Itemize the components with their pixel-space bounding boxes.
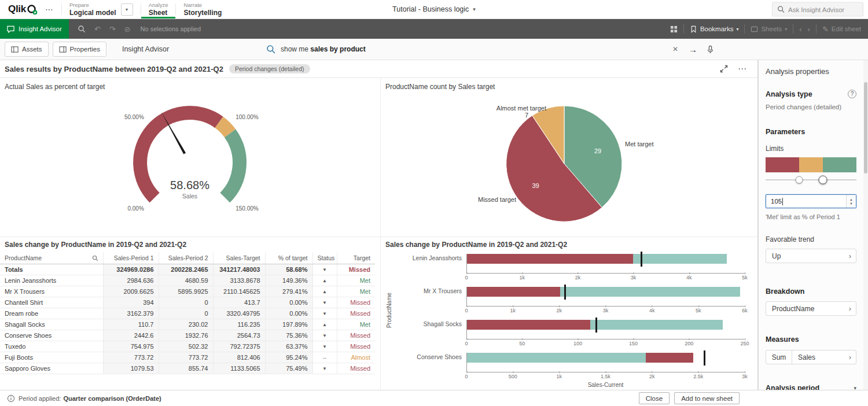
table-header-row: ProductNameSales-Period 1Sales-Period 2S… bbox=[0, 252, 375, 264]
search-query-text[interactable]: show me sales by product bbox=[281, 45, 672, 53]
qlik-logo[interactable]: Qlik bbox=[8, 3, 38, 15]
bullet-plot[interactable]: 01k2k3k4k5k6k bbox=[466, 287, 745, 307]
grid-icon bbox=[670, 25, 678, 33]
axis-tick-label: 3k bbox=[742, 374, 748, 379]
clear-search-button[interactable]: ✕ bbox=[672, 45, 678, 53]
step-back-icon[interactable]: ↶ bbox=[94, 25, 101, 34]
column-header[interactable]: ProductName bbox=[0, 252, 103, 264]
table-row[interactable]: Fuji Boots773.72773.72812.40695.24%--Alm… bbox=[0, 352, 375, 363]
selections-tool-icon[interactable] bbox=[78, 25, 86, 33]
submit-search-button[interactable]: → bbox=[689, 45, 697, 54]
add-to-new-sheet-button[interactable]: Add to new sheet bbox=[674, 392, 740, 404]
table-row[interactable]: Mr X Trousers2009.66255895.99252110.1456… bbox=[0, 286, 375, 297]
analysis-period-section[interactable]: Analysis period ▾ bbox=[766, 384, 856, 390]
sales-target-cell: 413.7 bbox=[213, 297, 265, 308]
breakdown-select[interactable]: ProductName › bbox=[766, 301, 856, 316]
bar-segment-teal[interactable] bbox=[633, 254, 727, 264]
app-title-selector[interactable]: Tutorial - Business logic ▾ bbox=[392, 5, 476, 13]
help-icon[interactable]: ? bbox=[848, 90, 856, 98]
slider-handle-lower[interactable] bbox=[796, 176, 803, 184]
sales-table-panel[interactable]: Sales change by ProductName in 2019-Q2 a… bbox=[0, 237, 381, 389]
chart-more-menu[interactable]: ⋯ bbox=[738, 64, 747, 74]
step-forward-icon[interactable]: ↷ bbox=[109, 25, 116, 34]
table-row[interactable]: Lenin Jeansshorts2984.6364680.593133.867… bbox=[0, 275, 375, 286]
nav-analyze-sheet[interactable]: Analyze Sheet bbox=[141, 0, 176, 19]
bullet-plot[interactable]: 050100150200250 bbox=[466, 320, 745, 339]
column-header[interactable]: Target bbox=[337, 252, 375, 264]
nav-prepare[interactable]: Prepare Logical model ▾ bbox=[62, 0, 141, 19]
insight-search-bar[interactable]: show me sales by product ✕ → bbox=[266, 39, 715, 60]
pencil-icon: ✎ bbox=[822, 25, 829, 34]
gauge-chart-panel[interactable]: Actual Sales as percent of target 0.00%5… bbox=[0, 78, 381, 237]
selections-toolbar: Insight Advisor ↶ ↷ ⊘ No selections appl… bbox=[0, 19, 868, 39]
column-header[interactable]: % of target bbox=[265, 252, 312, 264]
column-header[interactable]: Sales-Target bbox=[213, 252, 265, 264]
logical-model-dropdown-button[interactable]: ▾ bbox=[121, 3, 133, 16]
axis-tick-label: 2.5k bbox=[693, 374, 703, 379]
nav-item-label: Sheet bbox=[149, 9, 168, 17]
axis-tick-label: 1k bbox=[510, 308, 516, 313]
table-row[interactable]: Chantell Shirt3940413.70.00%▼Missed bbox=[0, 297, 375, 308]
pie-chart-panel[interactable]: ProductName count by Sales target 29397 … bbox=[381, 78, 757, 237]
status-cell: ▼ bbox=[312, 341, 337, 352]
favorable-trend-select[interactable]: Up › bbox=[766, 249, 856, 263]
sales-table[interactable]: ProductNameSales-Period 1Sales-Period 2S… bbox=[0, 252, 375, 374]
measure-aggregation[interactable]: Sum bbox=[766, 350, 792, 364]
bookmarks-menu[interactable]: Bookmarks ▾ bbox=[690, 25, 739, 33]
previous-sheet-button[interactable]: ‹ bbox=[799, 25, 801, 34]
slider-track[interactable] bbox=[766, 179, 856, 180]
column-header[interactable]: Sales-Period 2 bbox=[159, 252, 213, 264]
close-button[interactable]: Close bbox=[639, 392, 670, 404]
bar-segment-red[interactable] bbox=[467, 320, 590, 330]
column-header[interactable]: Status bbox=[312, 252, 337, 264]
column-search-icon[interactable] bbox=[92, 255, 98, 261]
table-row[interactable]: Sapporo Gloves1079.53855.741133.506575.4… bbox=[0, 363, 375, 374]
bullet-plot[interactable]: 01k2k3k4k5k bbox=[466, 254, 745, 274]
global-search-input[interactable]: Ask Insight Advisor bbox=[772, 2, 863, 17]
slider-handle-upper[interactable] bbox=[818, 176, 827, 184]
pie-chart[interactable]: 29397 bbox=[498, 97, 631, 230]
svg-text:100.00%: 100.00% bbox=[236, 114, 259, 120]
period-applied-label: Period applied: bbox=[19, 395, 61, 402]
assets-button[interactable]: Assets bbox=[5, 42, 49, 57]
table-row[interactable]: Tuxedo754.975502.32792.7237563.37%▼Misse… bbox=[0, 341, 375, 352]
status-cell: ▼ bbox=[312, 264, 337, 275]
limits-slider[interactable] bbox=[766, 175, 856, 185]
sheets-menu[interactable]: Sheets ▾ bbox=[751, 25, 787, 33]
table-row[interactable]: Shagall Socks110.7230.02116.235197.89%▲M… bbox=[0, 319, 375, 330]
bar-segment-red[interactable] bbox=[467, 254, 633, 264]
axis-tick-label: 6k bbox=[742, 308, 748, 313]
bar-segment-teal[interactable] bbox=[590, 320, 723, 330]
bar-segment-teal[interactable] bbox=[467, 353, 646, 363]
app-overview-icon[interactable] bbox=[670, 25, 678, 33]
more-menu-button[interactable]: ⋯ bbox=[45, 5, 54, 14]
bar-chart-panel[interactable]: Sales change by ProductName in 2019-Q2 a… bbox=[381, 237, 757, 389]
bar-segment-red[interactable] bbox=[646, 353, 693, 363]
met-limit-input[interactable]: 105 ▴ ▾ bbox=[766, 194, 856, 208]
totals-row[interactable]: Totals324969.0286200228.2465341217.48003… bbox=[0, 264, 375, 275]
scrollbar-thumb[interactable] bbox=[864, 82, 867, 174]
edit-sheet-button[interactable]: ✎ Edit sheet bbox=[822, 25, 861, 34]
sales-period2-cell: 502.32 bbox=[159, 341, 213, 352]
divider bbox=[816, 24, 816, 34]
bullet-plot[interactable]: 05001k1.5k2k2.5k3k bbox=[466, 353, 745, 372]
panel-scrollbar[interactable] bbox=[863, 60, 868, 390]
sales-period2-cell: 1932.76 bbox=[159, 330, 213, 341]
measure-control[interactable]: Sum Sales › bbox=[766, 350, 856, 364]
bar-segment-teal[interactable] bbox=[560, 287, 740, 297]
insight-advisor-button[interactable]: Insight Advisor bbox=[0, 19, 69, 39]
column-header[interactable]: Sales-Period 1 bbox=[103, 252, 159, 264]
stepper-up-icon[interactable]: ▴ bbox=[850, 197, 852, 201]
number-stepper[interactable]: ▴ ▾ bbox=[846, 195, 856, 208]
properties-button[interactable]: Properties bbox=[53, 42, 106, 57]
expand-icon[interactable] bbox=[720, 65, 728, 73]
table-row[interactable]: Dream robe3162.37903320.497950.00%▼Misse… bbox=[0, 308, 375, 319]
stepper-down-icon[interactable]: ▾ bbox=[850, 201, 852, 205]
microphone-button[interactable] bbox=[706, 45, 715, 54]
next-sheet-button[interactable]: › bbox=[808, 25, 810, 34]
clear-selections-icon[interactable]: ⊘ bbox=[124, 25, 131, 34]
nav-narrate[interactable]: Narrate Storytelling bbox=[176, 0, 229, 19]
bar-segment-red[interactable] bbox=[467, 287, 560, 297]
measure-field-select[interactable]: Sales › bbox=[792, 350, 856, 364]
table-row[interactable]: Conserve Shoes2442.61932.762564.7375.36%… bbox=[0, 330, 375, 341]
